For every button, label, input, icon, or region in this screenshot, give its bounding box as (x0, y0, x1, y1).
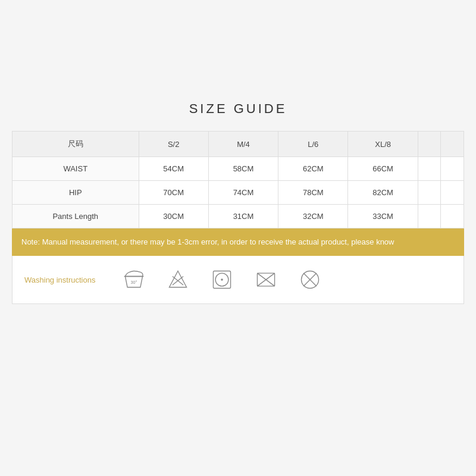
size-table: 尺码 S/2 M/4 L/6 XL/8 WAIST 54CM 58CM 62CM… (12, 131, 464, 228)
row-pantslength-l6: 32CM (278, 205, 348, 228)
header-s2: S/2 (139, 131, 208, 157)
table-row: Pants Length 30CM 31CM 32CM 33CM (12, 205, 464, 228)
no-tumble-icon (297, 267, 323, 293)
page: SIZE GUIDE 尺码 S/2 M/4 L/6 XL/8 WAIST 54C… (0, 0, 476, 476)
wash-30-icon: 30° (121, 267, 147, 293)
row-hip-l6: 78CM (278, 181, 348, 205)
table-header-row: 尺码 S/2 M/4 L/6 XL/8 (12, 131, 464, 157)
washing-icons: 30° (121, 267, 323, 293)
svg-point-6 (221, 278, 223, 281)
note-bar: Note: Manual measurement, or there may b… (12, 228, 464, 256)
row-waist-xl8: 66CM (348, 157, 418, 181)
row-waist-c6 (441, 157, 464, 181)
title-section: SIZE GUIDE (189, 101, 287, 117)
row-waist-c5 (418, 157, 441, 181)
size-table-container: 尺码 S/2 M/4 L/6 XL/8 WAIST 54CM 58CM 62CM… (12, 131, 464, 304)
row-hip-label: HIP (12, 181, 139, 205)
row-waist-m4: 58CM (208, 157, 278, 181)
table-row: WAIST 54CM 58CM 62CM 66CM (12, 157, 464, 181)
header-c6 (441, 131, 464, 157)
row-pantslength-xl8: 33CM (348, 205, 418, 228)
no-bleach-icon (165, 267, 191, 293)
header-l6: L/6 (278, 131, 348, 157)
row-waist-label: WAIST (12, 157, 139, 181)
row-hip-c6 (441, 181, 464, 205)
row-pantslength-c6 (441, 205, 464, 228)
washing-label: Washing instructions (24, 275, 102, 284)
row-waist-s2: 54CM (139, 157, 208, 181)
svg-marker-1 (169, 271, 186, 287)
dry-normal-icon (209, 267, 235, 293)
row-pantslength-s2: 30CM (139, 205, 208, 228)
note-text: Note: Manual measurement, or there may b… (21, 237, 394, 246)
header-m4: M/4 (208, 131, 278, 157)
table-row: HIP 70CM 74CM 78CM 82CM (12, 181, 464, 205)
row-waist-l6: 62CM (278, 157, 348, 181)
page-title: SIZE GUIDE (189, 101, 287, 117)
row-hip-m4: 74CM (208, 181, 278, 205)
row-pantslength-c5 (418, 205, 441, 228)
header-xl8: XL/8 (348, 131, 418, 157)
row-pantslength-label: Pants Length (12, 205, 139, 228)
svg-text:30°: 30° (131, 280, 137, 285)
header-c5 (418, 131, 441, 157)
no-iron-icon (253, 267, 279, 293)
header-size: 尺码 (12, 131, 139, 157)
row-hip-s2: 70CM (139, 181, 208, 205)
row-hip-xl8: 82CM (348, 181, 418, 205)
row-pantslength-m4: 31CM (208, 205, 278, 228)
row-hip-c5 (418, 181, 441, 205)
washing-section: Washing instructions 30° (12, 256, 464, 304)
